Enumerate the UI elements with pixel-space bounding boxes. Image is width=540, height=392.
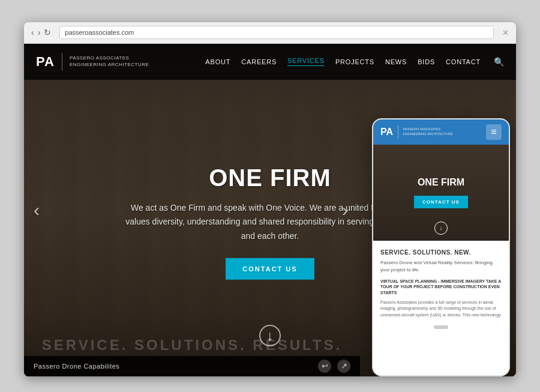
mobile-contact-us-button[interactable]: CONTACT US <box>414 196 468 208</box>
nav-news[interactable]: NEWS <box>385 58 407 65</box>
scroll-down-indicator[interactable]: ↓ <box>259 325 281 346</box>
service-teaser-text: SERVICE. SOLUTIONS. RESULTS. <box>24 337 360 354</box>
scroll-down-icon: ↓ <box>266 327 274 344</box>
browser-nav-icons: ‹ › ↻ <box>31 28 51 37</box>
mobile-content: SERVICE. SOLUTIONS. NEW. Passero Drone a… <box>373 241 509 338</box>
close-icon[interactable]: ✕ <box>502 28 509 37</box>
forward-button[interactable]: › <box>38 28 41 37</box>
mobile-section-bold: Virtual Space Planning - Immersive Image… <box>380 279 502 296</box>
back-button[interactable]: ‹ <box>31 28 34 37</box>
mobile-section-body: Passero Associates provides a full range… <box>380 300 502 319</box>
nav-bids[interactable]: BIDS <box>418 58 435 65</box>
mobile-hero-content: ONE FIRM CONTACT US <box>414 177 468 208</box>
mobile-menu-icon[interactable]: ≡ <box>486 124 502 140</box>
mobile-logo-company: PASSERO ASSOCIATES <box>403 127 453 131</box>
browser-toolbar: ‹ › ↻ passeroassociates.com ✕ <box>24 22 516 44</box>
nav-links: ABOUT CAREERS SERVICES PROJECTS NEWS BID… <box>205 57 504 67</box>
logo-divider <box>62 53 62 71</box>
logo-company: PASSERO ASSOCIATES <box>70 55 149 61</box>
carousel-left-arrow[interactable]: ‹ <box>34 200 40 220</box>
website-content: PA PASSERO ASSOCIATES engineering archit… <box>24 44 516 376</box>
bottom-icons: ↩ ↗ <box>318 360 350 373</box>
address-bar[interactable]: passeroassociates.com <box>59 26 494 39</box>
video-title: Passero Drone Capabilites <box>34 363 318 370</box>
logo-pa: PA <box>36 54 55 70</box>
mobile-logo-pa: PA <box>380 127 393 137</box>
contact-us-button[interactable]: CONTACT US <box>226 258 314 280</box>
logo-tagline: engineering architecture <box>70 62 149 68</box>
browser-window: ‹ › ↻ passeroassociates.com ✕ PA <box>24 22 516 376</box>
mobile-top-bar: PA PASSERO ASSOCIATES engineering archit… <box>373 119 509 145</box>
mobile-hero-title: ONE FIRM <box>414 177 468 188</box>
refresh-button[interactable]: ↻ <box>44 28 51 37</box>
navbar: PA PASSERO ASSOCIATES engineering archit… <box>24 44 516 80</box>
nav-about[interactable]: ABOUT <box>205 58 230 65</box>
share-icon[interactable]: ↗ <box>337 360 350 373</box>
nav-careers[interactable]: CAREERS <box>241 58 277 65</box>
search-icon[interactable]: 🔍 <box>494 57 504 67</box>
nav-contact[interactable]: CONTACT <box>446 58 481 65</box>
mobile-section-subtitle: Passero Drone and Virtual Reality Servic… <box>380 259 502 274</box>
carousel-right-arrow[interactable]: › <box>342 200 348 220</box>
mobile-hero: ONE FIRM CONTACT US ↓ <box>373 145 509 241</box>
mobile-scroll-icon[interactable]: ↓ <box>434 222 448 235</box>
mobile-device: PA PASSERO ASSOCIATES engineering archit… <box>372 118 510 376</box>
address-text: passeroassociates.com <box>65 29 134 36</box>
mobile-logo-tagline: engineering architecture <box>403 132 453 136</box>
replay-icon[interactable]: ↩ <box>318 360 331 373</box>
mobile-scroll-thumb[interactable] <box>434 325 448 329</box>
mobile-section-title: SERVICE. SOLUTIONS. NEW. <box>380 249 502 256</box>
nav-services[interactable]: SERVICES <box>287 57 325 66</box>
bottom-bar: Passero Drone Capabilites ↩ ↗ <box>24 356 360 376</box>
nav-projects[interactable]: PROJECTS <box>335 58 374 65</box>
logo: PA PASSERO ASSOCIATES engineering archit… <box>36 53 149 71</box>
